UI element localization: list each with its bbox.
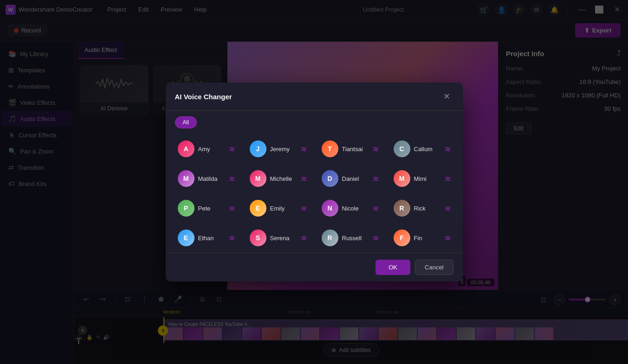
modal-footer: OK Cancel: [166, 253, 463, 281]
avatar-nicole: N: [322, 200, 338, 217]
voice-name-daniel: Daniel: [342, 175, 369, 182]
voice-card-daniel[interactable]: D Daniel ≋: [316, 165, 385, 192]
voice-card-amy[interactable]: A Amy ≋: [172, 135, 241, 162]
voice-name-tiantsai: Tiantsai: [342, 146, 369, 153]
wave-icon-nicole: ≋: [373, 204, 379, 213]
wave-icon-ethan: ≋: [229, 234, 235, 243]
filter-all-button[interactable]: All: [175, 116, 197, 128]
voice-info-russell: Russell: [342, 235, 369, 242]
wave-icon-matilda: ≋: [229, 174, 235, 183]
voice-name-callum: Callum: [414, 146, 441, 153]
voice-name-ethan: Ethan: [198, 235, 225, 242]
voice-card-emily[interactable]: E Emily ≋: [244, 195, 313, 222]
voice-card-michelle[interactable]: M Michelle ≋: [244, 165, 313, 192]
wave-icon-pete: ≋: [229, 204, 235, 213]
voice-info-matilda: Matilda: [198, 175, 225, 182]
voice-card-callum[interactable]: C Callum ≋: [388, 135, 457, 162]
wave-icon-daniel: ≋: [373, 174, 379, 183]
avatar-ethan: E: [178, 230, 194, 246]
voice-card-nicole[interactable]: N Nicole ≋: [316, 195, 385, 222]
voice-card-matilda[interactable]: M Matilda ≋: [172, 165, 241, 192]
avatar-callum: C: [394, 140, 410, 157]
voice-info-emily: Emily: [270, 205, 297, 212]
voice-name-mimi: Mimi: [414, 175, 441, 182]
wave-icon-mimi: ≋: [445, 174, 451, 183]
voice-name-pete: Pete: [198, 205, 225, 212]
voice-info-amy: Amy: [198, 146, 225, 153]
wave-icon-rick: ≋: [445, 204, 451, 213]
voice-name-emily: Emily: [270, 205, 297, 212]
voice-info-daniel: Daniel: [342, 175, 369, 182]
wave-icon-fin: ≋: [445, 234, 451, 243]
voice-card-tiantsai[interactable]: T Tiantsai ≋: [316, 135, 385, 162]
voice-info-mimi: Mimi: [414, 175, 441, 182]
voice-card-ethan[interactable]: E Ethan ≋: [172, 224, 241, 251]
voice-info-callum: Callum: [414, 146, 441, 153]
avatar-matilda: M: [178, 170, 194, 187]
modal-overlay[interactable]: AI Voice Changer ✕ All A Amy ≋ J Jeremy …: [0, 0, 628, 364]
avatar-rick: R: [394, 200, 410, 217]
voice-name-amy: Amy: [198, 146, 225, 153]
wave-icon-serena: ≋: [301, 234, 307, 243]
wave-icon-tiantsai: ≋: [373, 145, 379, 153]
voice-info-ethan: Ethan: [198, 235, 225, 242]
voice-card-russell[interactable]: R Russell ≋: [316, 224, 385, 251]
voice-name-michelle: Michelle: [270, 175, 297, 182]
avatar-mimi: M: [394, 170, 410, 187]
modal-title: AI Voice Changer: [175, 93, 232, 101]
voice-info-pete: Pete: [198, 205, 225, 212]
modal-close-button[interactable]: ✕: [440, 90, 453, 103]
ok-button[interactable]: OK: [376, 260, 410, 275]
wave-icon-jeremy: ≋: [301, 145, 307, 153]
wave-icon-amy: ≋: [229, 145, 235, 153]
voice-name-nicole: Nicole: [342, 205, 369, 212]
avatar-pete: P: [178, 200, 194, 217]
voice-info-rick: Rick: [414, 205, 441, 212]
wave-icon-callum: ≋: [445, 145, 451, 153]
voice-name-russell: Russell: [342, 235, 369, 242]
avatar-daniel: D: [322, 170, 338, 187]
avatar-michelle: M: [250, 170, 266, 187]
voice-name-matilda: Matilda: [198, 175, 225, 182]
avatar-jeremy: J: [250, 140, 266, 157]
voice-card-jeremy[interactable]: J Jeremy ≋: [244, 135, 313, 162]
voice-info-tiantsai: Tiantsai: [342, 146, 369, 153]
voice-card-mimi[interactable]: M Mimi ≋: [388, 165, 457, 192]
voice-grid: A Amy ≋ J Jeremy ≋ T Tiantsai ≋: [166, 134, 463, 253]
voice-card-pete[interactable]: P Pete ≋: [172, 195, 241, 222]
voice-info-michelle: Michelle: [270, 175, 297, 182]
voice-name-jeremy: Jeremy: [270, 146, 297, 153]
voice-info-nicole: Nicole: [342, 205, 369, 212]
wave-icon-emily: ≋: [301, 204, 307, 213]
avatar-serena: S: [250, 230, 266, 246]
avatar-russell: R: [322, 230, 338, 246]
avatar-emily: E: [250, 200, 266, 217]
wave-icon-russell: ≋: [373, 234, 379, 243]
avatar-amy: A: [178, 140, 194, 157]
cancel-button[interactable]: Cancel: [415, 260, 453, 275]
ai-voice-changer-modal: AI Voice Changer ✕ All A Amy ≋ J Jeremy …: [166, 83, 463, 281]
voice-name-fin: Fin: [414, 235, 441, 242]
wave-icon-michelle: ≋: [301, 174, 307, 183]
modal-header: AI Voice Changer ✕: [166, 83, 463, 111]
voice-name-serena: Serena: [270, 235, 297, 242]
voice-info-fin: Fin: [414, 235, 441, 242]
voice-info-serena: Serena: [270, 235, 297, 242]
voice-card-fin[interactable]: F Fin ≋: [388, 224, 457, 251]
filter-bar: All: [166, 111, 463, 134]
voice-name-rick: Rick: [414, 205, 441, 212]
voice-card-serena[interactable]: S Serena ≋: [244, 224, 313, 251]
voice-card-rick[interactable]: R Rick ≋: [388, 195, 457, 222]
voice-info-jeremy: Jeremy: [270, 146, 297, 153]
avatar-fin: F: [394, 230, 410, 246]
avatar-tiantsai: T: [322, 140, 338, 157]
